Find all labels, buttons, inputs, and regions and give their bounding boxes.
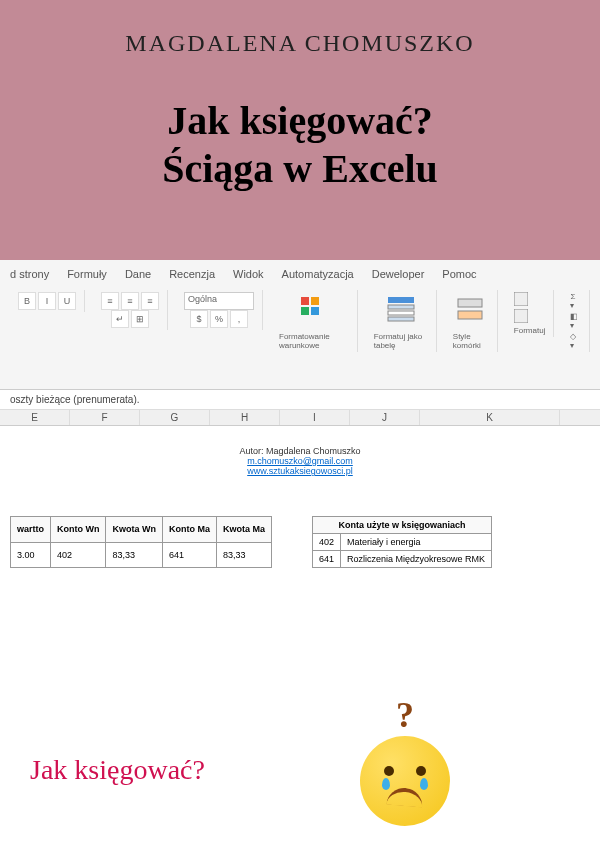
booking-table: wartto Konto Wn Kwota Wn Konto Ma Kwota … [10, 516, 272, 568]
author-name: MAGDALENA CHOMUSZKO [20, 30, 580, 57]
cond-format-group[interactable]: Formatowanie warunkowe [271, 290, 358, 352]
column-headers: E F G H I J K [0, 410, 600, 426]
format-table-icon [383, 292, 419, 328]
percent-icon[interactable]: % [210, 310, 228, 328]
svg-rect-8 [458, 299, 482, 307]
question-text: Jak księgować? [30, 754, 205, 786]
underline-button[interactable]: U [58, 292, 76, 310]
tab-developer[interactable]: Deweloper [372, 268, 425, 280]
font-group: B I U [10, 290, 85, 312]
fill-icon[interactable]: ◧ ▾ [570, 312, 581, 330]
merge-icon[interactable]: ⊞ [131, 310, 149, 328]
svg-rect-2 [301, 307, 309, 315]
svg-rect-10 [514, 292, 528, 306]
table-row: 402 Materiały i energia [313, 534, 492, 551]
tab-help[interactable]: Pomoc [442, 268, 476, 280]
wrap-text-icon[interactable]: ↵ [111, 310, 129, 328]
table-row: 3.00 402 83,33 641 83,33 [11, 542, 272, 568]
question-mark-icon: ? [360, 694, 450, 736]
delete-button[interactable] [514, 309, 546, 323]
cell-styles-icon [453, 292, 489, 328]
sheet-author-info: Autor: Magdalena Chomuszko m.chomuszko@g… [10, 446, 590, 476]
format-table-group[interactable]: Formatuj jako tabelę [366, 290, 437, 352]
tab-data[interactable]: Dane [125, 268, 151, 280]
tab-review[interactable]: Recenzja [169, 268, 215, 280]
italic-button[interactable]: I [38, 292, 56, 310]
ribbon-tabs: d strony Formuły Dane Recenzja Widok Aut… [0, 260, 600, 284]
comma-icon[interactable]: , [230, 310, 248, 328]
col-header[interactable]: I [280, 410, 350, 425]
svg-rect-11 [514, 309, 528, 323]
svg-rect-5 [388, 305, 414, 309]
align-center-icon[interactable]: ≡ [121, 292, 139, 310]
accounts-table: Konta użyte w księgowaniach 402 Materiał… [312, 516, 492, 568]
tab-automation[interactable]: Automatyzacja [282, 268, 354, 280]
formula-bar[interactable]: oszty bieżące (prenumerata). [0, 390, 600, 410]
cell-styles-group[interactable]: Style komórki [445, 290, 498, 352]
worksheet-area[interactable]: Autor: Magdalena Chomuszko m.chomuszko@g… [0, 426, 600, 776]
svg-rect-9 [458, 311, 482, 319]
tab-view[interactable]: Widok [233, 268, 264, 280]
emoji-container: ? [360, 694, 450, 826]
cells-group[interactable]: Formatuj [506, 290, 555, 337]
tab-formulas[interactable]: Formuły [67, 268, 107, 280]
align-left-icon[interactable]: ≡ [101, 292, 119, 310]
svg-rect-7 [388, 317, 414, 321]
book-cover-header: MAGDALENA CHOMUSZKO Jak księgować? Ściąg… [0, 0, 600, 260]
conditional-format-icon [296, 292, 332, 328]
format-button[interactable]: Formatuj [514, 326, 546, 335]
alignment-group: ≡ ≡ ≡ ↵ ⊞ [93, 290, 168, 330]
col-header[interactable]: J [350, 410, 420, 425]
svg-rect-1 [311, 297, 319, 305]
clear-icon[interactable]: ◇ ▾ [570, 332, 581, 350]
author-website[interactable]: www.sztukaksiegowosci.pl [10, 466, 590, 476]
number-group: Ogólna $ % , [176, 290, 263, 330]
book-title: Jak księgować? Ściąga w Excelu [20, 97, 580, 193]
tab-page-layout[interactable]: d strony [10, 268, 49, 280]
col-header[interactable]: G [140, 410, 210, 425]
svg-rect-6 [388, 311, 414, 315]
insert-button[interactable] [514, 292, 546, 306]
confused-emoji-icon [360, 736, 450, 826]
col-header[interactable]: K [420, 410, 560, 425]
svg-rect-0 [301, 297, 309, 305]
autosum-icon[interactable]: Σ ▾ [570, 292, 581, 310]
bold-button[interactable]: B [18, 292, 36, 310]
excel-ribbon: d strony Formuły Dane Recenzja Widok Aut… [0, 260, 600, 390]
align-right-icon[interactable]: ≡ [141, 292, 159, 310]
col-header[interactable]: F [70, 410, 140, 425]
editing-group: Σ ▾ ◧ ▾ ◇ ▾ [562, 290, 590, 352]
svg-rect-4 [388, 297, 414, 303]
author-email[interactable]: m.chomuszko@gmail.com [10, 456, 590, 466]
currency-icon[interactable]: $ [190, 310, 208, 328]
col-header[interactable]: E [0, 410, 70, 425]
table-row: 641 Rozliczenia Międzyokresowe RMK [313, 551, 492, 568]
svg-rect-3 [311, 307, 319, 315]
number-format-select[interactable]: Ogólna [184, 292, 254, 310]
col-header[interactable]: H [210, 410, 280, 425]
